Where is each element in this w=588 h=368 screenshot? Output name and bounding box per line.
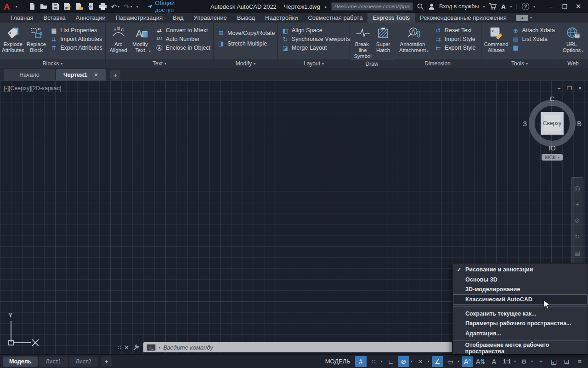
app-store-cart-icon[interactable]: [489, 3, 497, 10]
help-caret-icon[interactable]: ▾: [533, 5, 535, 9]
viewport-menu-control[interactable]: [-]: [4, 85, 9, 92]
wm-customize[interactable]: Адаптация...: [453, 328, 588, 339]
tab-model[interactable]: Модель: [3, 356, 38, 367]
pan-icon[interactable]: +: [575, 201, 579, 207]
save-to-web-button[interactable]: [75, 3, 83, 10]
zoom-icon[interactable]: ⊘: [575, 217, 580, 224]
viewport-minimize-icon[interactable]: −: [557, 85, 560, 92]
dynamic-input-toggle[interactable]: ▭ ▾: [445, 356, 460, 367]
list-xdata-button[interactable]: ▥List Xdata: [512, 36, 555, 42]
panel-label-layout[interactable]: Layout▾: [278, 59, 350, 68]
viewport-visual-style-control[interactable]: [2D-каркас]: [31, 85, 62, 92]
tab-output[interactable]: Вывод: [232, 13, 260, 23]
isolate-objects-toggle[interactable]: ◱: [548, 356, 560, 367]
panel-label-modify[interactable]: Modify▾: [214, 59, 277, 68]
viewcube-ring[interactable]: С Ю З В Сверху: [529, 100, 576, 147]
customization-button[interactable]: ≡: [574, 356, 585, 367]
command-prompt-icon[interactable]: >_: [147, 344, 156, 351]
tab-home[interactable]: Главная: [6, 13, 38, 23]
tab-manage[interactable]: Управление: [188, 13, 232, 23]
list-properties-button[interactable]: ▤List Properties: [50, 27, 102, 34]
plot-button[interactable]: [99, 3, 107, 10]
tab-express-tools[interactable]: Express Tools: [368, 13, 415, 23]
tab-collaborate[interactable]: Совместная работа: [303, 13, 368, 23]
crosshair-toggle[interactable]: +: [535, 356, 547, 367]
enclose-in-object-button[interactable]: ⒶEnclose in Object: [156, 45, 210, 51]
command-input-placeholder[interactable]: Введите команду: [163, 344, 213, 351]
snap-mode-toggle[interactable]: ∷ ▾: [368, 356, 384, 367]
open-from-web-button[interactable]: [87, 3, 95, 10]
viewport-view-control[interactable]: [Сверху]: [9, 85, 31, 92]
replace-block-button[interactable]: ReplaceBlock: [25, 24, 48, 59]
auto-number-button[interactable]: ¹²³Auto Number: [156, 36, 210, 42]
ribbon-minimize-caret-icon[interactable]: ▾: [530, 16, 532, 20]
minimize-button[interactable]: –: [545, 1, 557, 12]
tab-layout2[interactable]: Лист2: [69, 356, 98, 367]
tab-featured-apps[interactable]: Рекомендованные приложения: [415, 13, 512, 23]
break-line-symbol-button[interactable]: Break-lineSymbol: [352, 24, 373, 60]
reset-text-button[interactable]: ↺Reset Text: [435, 27, 475, 34]
arc-aligned-button[interactable]: ABC ArcAligned: [107, 24, 129, 59]
file-tab-close-icon[interactable]: ✕: [94, 72, 98, 78]
ribbon-minimize-icon[interactable]: ▲: [516, 15, 528, 21]
annotation-attachment-button[interactable]: A AnnotationAttachment▾: [396, 24, 432, 59]
viewcube-east[interactable]: В: [577, 120, 582, 127]
merge-layout-button[interactable]: ◪Merge Layout: [282, 45, 350, 51]
tab-parametric[interactable]: Параметризация: [111, 13, 168, 23]
new-drawing-button[interactable]: +: [110, 70, 120, 80]
polar-tracking-toggle[interactable]: ⊘ ▾: [398, 356, 413, 367]
viewcube-south[interactable]: Ю: [548, 144, 555, 152]
open-file-button[interactable]: [40, 3, 48, 10]
import-attributes-button[interactable]: ⇊Import Attributes: [50, 36, 102, 42]
show-motion-icon[interactable]: ▤: [574, 249, 580, 256]
panel-label-draw[interactable]: Draw: [350, 60, 394, 68]
stretch-multiple-button[interactable]: ◨Stretch Multiple: [217, 40, 275, 47]
command-aliases-button[interactable]: >_ CommandAliases: [483, 24, 509, 59]
file-tab-drawing1[interactable]: Чертеж1✕: [56, 69, 106, 80]
wm-display-workspace-labels[interactable]: Отображение меток рабочего пространства: [453, 343, 588, 354]
panel-label-dimension[interactable]: Dimension: [394, 59, 481, 68]
share-button[interactable]: Общий доступ: [147, 0, 181, 13]
qat-customize-caret-icon[interactable]: ▾: [136, 5, 138, 9]
viewport-close-icon[interactable]: ×: [578, 85, 582, 92]
command-customize-wrench-icon[interactable]: [133, 344, 140, 351]
tab-insert[interactable]: Вставка: [38, 13, 70, 23]
new-layout-button[interactable]: +: [102, 356, 112, 367]
clean-screen-toggle[interactable]: ⊡: [561, 356, 572, 367]
signin-button[interactable]: Вход в службы: [439, 3, 479, 10]
convert-to-mtext-button[interactable]: ⇄Convert to Mtext: [156, 27, 210, 34]
command-grip-icon[interactable]: ∷: [118, 344, 120, 351]
modify-text-button[interactable]: A ModifyText▾: [130, 24, 153, 59]
command-history-caret-icon[interactable]: ▾: [158, 345, 160, 350]
search-collapse-icon[interactable]: ▸: [325, 4, 327, 9]
model-space-button[interactable]: МОДЕЛЬ: [325, 358, 351, 365]
wm-3d-modeling[interactable]: 3D-моделирование: [453, 284, 588, 294]
ribbon-minimize[interactable]: ▲ ▾: [516, 13, 532, 23]
search-icon[interactable]: [417, 3, 424, 10]
search-input[interactable]: [331, 2, 413, 11]
viewcube-ucs-menu[interactable]: МСК▾: [542, 154, 563, 161]
import-style-button[interactable]: ⇉Import Style: [435, 36, 475, 42]
help-button[interactable]: ?: [522, 3, 529, 10]
grid-display-toggle[interactable]: #: [355, 356, 367, 367]
url-options-button[interactable]: URLOptions▾: [560, 24, 586, 59]
restore-button[interactable]: ❐: [559, 1, 571, 12]
signin-caret-icon[interactable]: ▾: [483, 5, 485, 9]
ortho-mode-toggle[interactable]: ∟: [385, 356, 396, 367]
viewcube-top-face[interactable]: Сверху: [541, 112, 564, 135]
command-close-icon[interactable]: ✕: [124, 344, 129, 351]
object-snap-tracking-toggle[interactable]: × ▾: [415, 356, 430, 367]
viewcube-west[interactable]: З: [523, 120, 527, 127]
undo-button[interactable]: ↶▾: [111, 3, 120, 10]
panel-label-tools[interactable]: Tools▾: [481, 59, 558, 68]
export-attributes-button[interactable]: ⇈Export Attributes: [50, 45, 102, 51]
redo-button[interactable]: ↷▾: [124, 3, 132, 10]
viewcube-north[interactable]: С: [550, 95, 555, 103]
navigation-wheel-icon[interactable]: ◎: [574, 185, 580, 191]
redo-caret-icon[interactable]: ▾: [130, 5, 132, 9]
tab-view[interactable]: Вид: [168, 13, 189, 23]
export-style-button[interactable]: ⇇Export Style: [435, 45, 475, 51]
super-hatch-button[interactable]: SuperHatch: [374, 24, 392, 60]
app-menu-button[interactable]: A: [4, 2, 10, 11]
panel-label-blocks[interactable]: Blocks▾: [0, 59, 105, 68]
